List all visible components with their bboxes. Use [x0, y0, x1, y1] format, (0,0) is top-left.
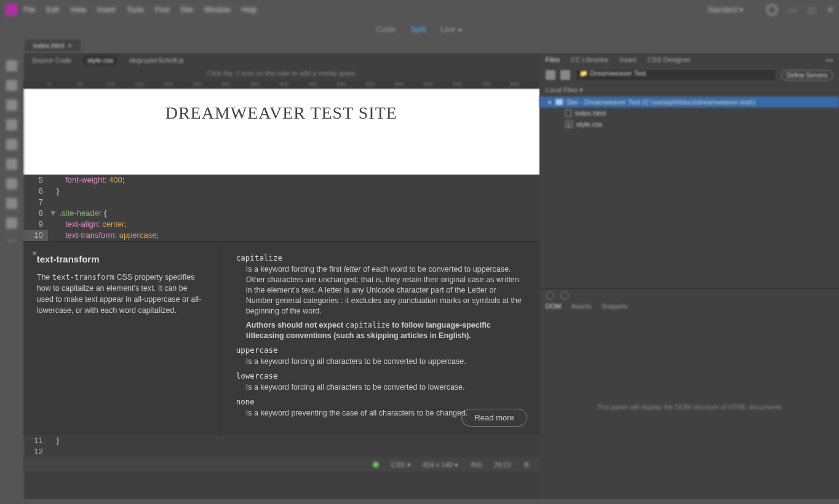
panel-tab-files[interactable]: Files [546, 56, 560, 63]
tool-icon[interactable] [6, 178, 17, 189]
status-bar: CSS ▾ 824 x 140 ▾ INS 29:22 ⚙ [23, 457, 539, 472]
tree-root[interactable]: ▾ Site - Dreamweaver Test (C:\xampp\htdo… [539, 96, 839, 108]
code-editor[interactable]: 11} 12 [23, 435, 539, 457]
ftp-icon[interactable] [546, 70, 555, 80]
refresh-icon[interactable] [546, 291, 554, 300]
tool-icon[interactable] [6, 60, 17, 71]
doc-tab-index[interactable]: index.html × [25, 39, 81, 52]
collapse-icon[interactable]: ◂◂ [825, 56, 833, 64]
media-query-hint: Click the ▽ icon on the ruler to add a m… [23, 68, 539, 81]
close-icon[interactable]: × [32, 248, 38, 258]
close-button[interactable]: ✕ [827, 5, 834, 15]
workspace-switcher[interactable]: Standard ▾ [707, 6, 743, 14]
doc-keyword: lowercase [236, 371, 523, 381]
live-preview[interactable]: DREAMWEAVER TEST SITE [23, 89, 539, 175]
status-dot-icon [373, 462, 379, 468]
main-menu: File Edit View Insert Tools Find Site Wi… [23, 6, 256, 14]
doc-keyword: uppercase [236, 345, 523, 355]
src-other[interactable]: degruyterSchrift.js [129, 57, 184, 64]
status-settings-icon[interactable]: ⚙ [523, 461, 530, 469]
view-tab-split[interactable]: Split [410, 25, 426, 34]
menu-window[interactable]: Window [204, 6, 231, 14]
tool-icon[interactable] [6, 198, 17, 209]
status-insert-mode: INS [471, 461, 482, 468]
view-mode-tabs: Code Split Live [0, 20, 839, 38]
tool-icon[interactable] [6, 80, 17, 91]
tool-icon[interactable] [6, 159, 17, 170]
tree-file[interactable]: index.html [539, 108, 839, 119]
file-tree[interactable]: ▾ Site - Dreamweaver Test (C:\xampp\htdo… [539, 96, 839, 130]
doc-keyword: capitalize [236, 253, 523, 263]
tool-icon[interactable] [6, 139, 17, 150]
menu-help[interactable]: Help [242, 6, 257, 14]
define-servers-button[interactable]: Define Servers [781, 70, 833, 81]
status-language[interactable]: CSS ▾ [391, 461, 411, 469]
titlebar: File Edit View Insert Tools Find Site Wi… [0, 0, 839, 20]
tool-icon[interactable] [6, 218, 17, 229]
doc-title: text-transform [37, 254, 206, 264]
status-time: 29:22 [494, 461, 511, 468]
doc-definition: Authors should not expect capitalize to … [246, 320, 523, 341]
sync-icon[interactable] [766, 4, 777, 15]
local-files-label: Local Files ▾ [539, 84, 839, 96]
quick-docs-popup: × text-transform The text-transform CSS … [23, 241, 539, 435]
status-dimensions[interactable]: 824 x 140 ▾ [423, 461, 458, 469]
source-bar: Source Code style.css degruyterSchrift.j… [23, 53, 539, 68]
menu-tools[interactable]: Tools [127, 6, 144, 14]
tree-file[interactable]: {} style.css [539, 119, 839, 130]
menu-site[interactable]: Site [180, 6, 193, 14]
site-dropdown[interactable]: 📁 Dreamweaver Test [575, 69, 776, 81]
panel-tab-css[interactable]: CSS Designer [648, 56, 691, 63]
css-file-icon: {} [565, 120, 573, 128]
maximize-button[interactable]: ◻ [808, 5, 816, 15]
read-more-button[interactable]: Read more [461, 409, 527, 427]
src-style-css[interactable]: style.css [82, 55, 118, 65]
view-tab-code[interactable]: Code [376, 25, 396, 34]
tool-icon[interactable] [6, 119, 17, 130]
app-logo-icon [5, 4, 17, 16]
left-toolbar: ••• [0, 53, 23, 499]
dom-tab[interactable]: DOM [546, 302, 562, 315]
panel-tab-cc[interactable]: CC Libraries [571, 56, 608, 63]
html-file-icon [565, 109, 571, 117]
chevron-down-icon [458, 29, 463, 32]
doc-description: The text-transform CSS property specifie… [37, 272, 206, 316]
doc-definition: Is a keyword forcing the first letter of… [246, 264, 523, 317]
more-icon[interactable]: ••• [7, 237, 16, 244]
folder-icon [555, 99, 563, 105]
snippets-tab[interactable]: Snippets [601, 302, 627, 315]
link-icon[interactable] [560, 291, 569, 300]
menu-file[interactable]: File [23, 6, 35, 14]
assets-tab[interactable]: Assets [571, 302, 591, 315]
menu-view[interactable]: View [70, 6, 86, 14]
menu-find[interactable]: Find [155, 6, 169, 14]
tool-icon[interactable] [6, 100, 17, 111]
ruler[interactable]: 0501001502002503003504004505005506006507… [23, 81, 539, 89]
doc-definition: Is a keyword forcing all characters to b… [246, 356, 523, 367]
dom-panel: DOM Assets Snippets This panel will disp… [539, 288, 839, 499]
preview-heading: DREAMWEAVER TEST SITE [165, 103, 397, 123]
doc-keyword: none [236, 396, 523, 407]
panel-tab-insert[interactable]: Insert [619, 56, 637, 63]
document-tabs: index.html × [0, 38, 839, 53]
doc-definition: Is a keyword forcing all characters to b… [246, 382, 523, 393]
menu-edit[interactable]: Edit [46, 6, 59, 14]
sync-icon[interactable] [560, 70, 570, 80]
view-tab-live[interactable]: Live [440, 25, 463, 34]
src-source-code[interactable]: Source Code [32, 57, 71, 64]
dom-panel-body: This panel will display the DOM structur… [539, 315, 839, 499]
menu-insert[interactable]: Insert [97, 6, 116, 14]
minimize-button[interactable]: — [789, 5, 797, 15]
code-editor[interactable]: 5 font-weight: 400; 6} 7 8▼.site-header … [23, 175, 539, 241]
right-panel: Files CC Libraries Insert CSS Designer ◂… [539, 53, 839, 499]
